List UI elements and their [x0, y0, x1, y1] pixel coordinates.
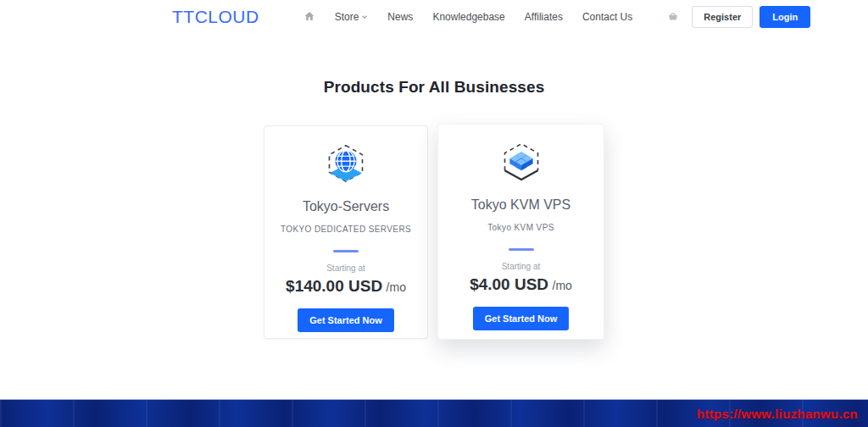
accent-divider	[509, 248, 534, 251]
nav-home[interactable]	[303, 10, 315, 25]
main-nav: Store News Knowledgebase Affiliates Cont…	[303, 10, 633, 25]
product-card-tokyo-kvm-vps[interactable]: Tokyo KVM VPS Tokyo KVM VPS Starting at …	[437, 124, 604, 340]
home-icon	[303, 10, 315, 25]
login-button[interactable]: Login	[760, 6, 810, 28]
cart-icon	[666, 9, 680, 25]
price-period: /mo	[553, 279, 572, 292]
product-name: Tokyo-Servers	[303, 199, 389, 214]
nav-knowledgebase[interactable]: Knowledgebase	[432, 11, 504, 23]
price-value: $4.00 USD	[470, 275, 548, 293]
globe-hexagon-icon	[324, 143, 368, 186]
footer-bar: https://www.liuzhanwu.cn	[0, 399, 868, 427]
product-tagline: TOKYO DEDICATED SERVERS	[281, 225, 411, 234]
watermark-url: https://www.liuzhanwu.cn	[697, 407, 858, 421]
brand-logo[interactable]: TTCLOUD	[172, 7, 259, 27]
starting-at-label: Starting at	[326, 263, 365, 273]
cart-button[interactable]	[666, 9, 680, 25]
product-name: Tokyo KVM VPS	[471, 197, 570, 213]
auth-actions: Register Login	[666, 6, 810, 28]
register-button[interactable]: Register	[692, 6, 753, 28]
kvm-cubes-icon	[499, 141, 543, 184]
product-tagline: Tokyo KVM VPS	[487, 223, 554, 232]
price-value: $140.00 USD	[286, 277, 382, 295]
get-started-button[interactable]: Get Started Now	[298, 308, 394, 332]
price-row: $140.00 USD /mo	[286, 277, 406, 296]
chevron-down-icon	[361, 11, 368, 23]
product-card-tokyo-servers[interactable]: Tokyo-Servers TOKYO DEDICATED SERVERS St…	[264, 125, 428, 339]
get-started-button[interactable]: Get Started Now	[473, 307, 570, 330]
nav-news[interactable]: News	[387, 11, 413, 23]
top-navbar: TTCLOUD Store News Knowledgebase Affilia…	[0, 0, 868, 34]
products-section: Products For All Businesses Tokyo-Server…	[0, 34, 868, 399]
accent-divider	[333, 250, 359, 252]
nav-contact-us[interactable]: Contact Us	[582, 11, 632, 23]
product-cards-row: Tokyo-Servers TOKYO DEDICATED SERVERS St…	[0, 124, 868, 340]
starting-at-label: Starting at	[502, 262, 541, 271]
nav-store[interactable]: Store	[335, 11, 369, 23]
page-title: Products For All Businesses	[0, 78, 868, 97]
nav-affiliates[interactable]: Affiliates	[525, 11, 563, 23]
price-period: /mo	[387, 280, 406, 294]
price-row: $4.00 USD /mo	[470, 275, 572, 294]
